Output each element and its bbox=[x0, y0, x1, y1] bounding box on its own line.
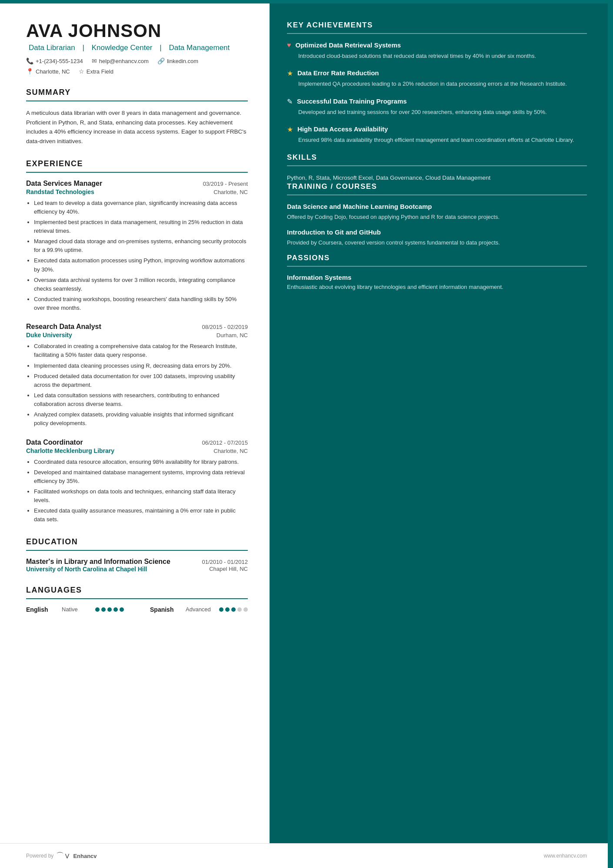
extra-contact: ☆ Extra Field bbox=[79, 68, 113, 75]
experience-divider bbox=[26, 172, 248, 173]
phone-contact: 📞 +1-(234)-555-1234 bbox=[26, 57, 83, 64]
link-icon: 🔗 bbox=[157, 57, 165, 64]
list-item: Implemented best practices in data manag… bbox=[34, 218, 248, 235]
list-item: Oversaw data archival systems for over 3… bbox=[34, 276, 248, 293]
passion-1: Information Systems Enthusiastic about e… bbox=[287, 274, 587, 292]
dot bbox=[231, 607, 236, 612]
achievement-2-title: Data Error Rate Reduction bbox=[297, 69, 379, 77]
list-item: Conducted training workshops, boosting r… bbox=[34, 295, 248, 312]
candidate-title: Data Librarian | Knowledge Center | Data… bbox=[26, 44, 248, 52]
summary-title: SUMMARY bbox=[26, 88, 248, 97]
city-contact: 📍 Charlotte, NC bbox=[26, 68, 70, 75]
summary-section: SUMMARY A meticulous data librarian with… bbox=[26, 88, 248, 146]
training-1-title: Data Science and Machine Learning Bootca… bbox=[287, 202, 587, 211]
languages-title: LANGUAGES bbox=[26, 586, 248, 595]
education-divider bbox=[26, 550, 248, 551]
title-sep-1: | bbox=[83, 44, 87, 52]
job-2-bullets: Collaborated in creating a comprehensive… bbox=[26, 342, 248, 428]
list-item: Implemented data cleaning processes usin… bbox=[34, 362, 248, 370]
footer: Powered by ⌒∨ Enhancv www.enhancv.com bbox=[0, 843, 613, 868]
education-section: EDUCATION Master's in Library and Inform… bbox=[26, 537, 248, 573]
language-english: English Native bbox=[26, 606, 124, 613]
summary-text: A meticulous data librarian with over 8 … bbox=[26, 108, 248, 146]
star-extra-icon: ☆ bbox=[79, 68, 84, 75]
achievement-3: ✎ Successful Data Training Programs Deve… bbox=[287, 97, 587, 117]
candidate-name: AVA JOHNSON bbox=[26, 21, 248, 41]
achievement-3-desc: Developed and led training sessions for … bbox=[298, 108, 587, 117]
footer-left: Powered by ⌒∨ Enhancv bbox=[26, 851, 97, 861]
skills-divider bbox=[287, 165, 587, 166]
list-item: Managed cloud data storage and on-premis… bbox=[34, 237, 248, 255]
phone-value: +1-(234)-555-1234 bbox=[36, 58, 83, 64]
list-item: Coordinated data resource allocation, en… bbox=[34, 458, 248, 466]
job-2-title: Research Data Analyst bbox=[26, 323, 101, 331]
heart-icon: ♥ bbox=[287, 41, 291, 49]
training-1: Data Science and Machine Learning Bootca… bbox=[287, 202, 587, 221]
job-3: Data Coordinator 06/2012 - 07/2015 Charl… bbox=[26, 439, 248, 524]
job-3-dates: 06/2012 - 07/2015 bbox=[202, 439, 248, 446]
dot bbox=[237, 607, 242, 612]
skills-section: SKILLS Python, R, Stata, Microsoft Excel… bbox=[287, 153, 587, 183]
footer-website: www.enhancv.com bbox=[544, 853, 587, 859]
job-3-company: Charlotte Mecklenburg Library bbox=[26, 447, 114, 454]
summary-divider bbox=[26, 101, 248, 101]
location-icon: 📍 bbox=[26, 68, 33, 75]
top-accent-bar bbox=[0, 0, 613, 3]
languages-divider bbox=[26, 598, 248, 599]
job-3-location: Charlotte, NC bbox=[213, 448, 248, 454]
star-icon: ★ bbox=[287, 69, 293, 77]
dot bbox=[101, 607, 106, 612]
achievements-title: KEY ACHIEVEMENTS bbox=[287, 21, 587, 30]
passions-divider bbox=[287, 266, 587, 267]
training-2-desc: Provided by Coursera, covered version co… bbox=[287, 238, 587, 247]
achievement-3-title: Successful Data Training Programs bbox=[297, 97, 407, 106]
job-2-company: Duke University bbox=[26, 332, 72, 338]
job-1-dates: 03/2019 - Present bbox=[203, 181, 248, 187]
edu-school: University of North Carolina at Chapel H… bbox=[26, 566, 147, 573]
lang-level-english: Native bbox=[62, 606, 90, 613]
brand-name: Enhancv bbox=[73, 853, 97, 859]
list-item: Executed data quality assurance measures… bbox=[34, 506, 248, 524]
passion-1-desc: Enthusiastic about evolving library tech… bbox=[287, 283, 587, 292]
list-item: Led data consultation sessions with rese… bbox=[34, 391, 248, 409]
edu-degree: Master's in Library and Information Scie… bbox=[26, 558, 170, 566]
skills-text: Python, R, Stata, Microsoft Excel, Data … bbox=[287, 173, 587, 183]
lang-level-spanish: Advanced bbox=[186, 606, 214, 613]
job-2: Research Data Analyst 08/2015 - 02/2019 … bbox=[26, 323, 248, 428]
star-2-icon: ★ bbox=[287, 125, 293, 134]
training-section: TRAINING / COURSES Data Science and Mach… bbox=[287, 182, 587, 247]
job-1-title: Data Services Manager bbox=[26, 180, 102, 188]
job-1-bullets: Led team to develop a data governance pl… bbox=[26, 199, 248, 313]
edu-dates: 01/2010 - 01/2012 bbox=[202, 559, 248, 565]
resume-page: AVA JOHNSON Data Librarian | Knowledge C… bbox=[0, 0, 613, 868]
languages-section: LANGUAGES English Native bbox=[26, 586, 248, 613]
achievement-2: ★ Data Error Rate Reduction Implemented … bbox=[287, 69, 587, 88]
languages-row: English Native Spanish Advance bbox=[26, 606, 248, 613]
achievement-1-desc: Introduced cloud-based solutions that re… bbox=[298, 52, 587, 60]
job-2-location: Durham, NC bbox=[217, 332, 248, 338]
edu-location: Chapel Hill, NC bbox=[209, 566, 248, 573]
contact-row: 📞 +1-(234)-555-1234 ✉ help@enhancv.com 🔗… bbox=[26, 57, 248, 75]
title-part-3: Data Management bbox=[169, 44, 230, 52]
list-item: Led team to develop a data governance pl… bbox=[34, 199, 248, 216]
phone-icon: 📞 bbox=[26, 57, 33, 64]
job-2-dates: 08/2015 - 02/2019 bbox=[202, 324, 248, 330]
achievement-2-desc: Implemented QA procedures leading to a 2… bbox=[298, 80, 587, 88]
title-part-1: Data Librarian bbox=[29, 44, 75, 52]
achievements-divider bbox=[287, 33, 587, 34]
lang-name-spanish: Spanish bbox=[150, 606, 180, 613]
passion-1-title: Information Systems bbox=[287, 274, 587, 281]
achievement-4-title: High Data Access Availability bbox=[297, 125, 388, 134]
title-part-2: Knowledge Center bbox=[92, 44, 153, 52]
dot bbox=[243, 607, 248, 612]
left-column: AVA JOHNSON Data Librarian | Knowledge C… bbox=[0, 3, 270, 843]
achievements-section: KEY ACHIEVEMENTS ♥ Optimized Data Retrie… bbox=[287, 21, 587, 144]
list-item: Facilitated workshops on data tools and … bbox=[34, 487, 248, 505]
right-column: KEY ACHIEVEMENTS ♥ Optimized Data Retrie… bbox=[270, 3, 613, 843]
header: AVA JOHNSON Data Librarian | Knowledge C… bbox=[26, 21, 248, 75]
job-3-bullets: Coordinated data resource allocation, en… bbox=[26, 458, 248, 524]
passions-section: PASSIONS Information Systems Enthusiasti… bbox=[287, 254, 587, 292]
education-title: EDUCATION bbox=[26, 537, 248, 546]
lang-dots-spanish bbox=[219, 607, 248, 612]
dot bbox=[225, 607, 230, 612]
